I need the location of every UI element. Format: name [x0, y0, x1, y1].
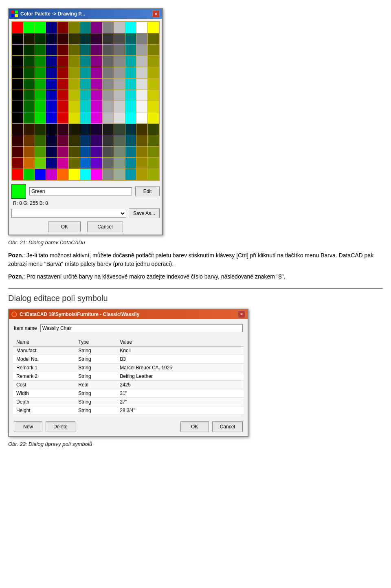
color-cell[interactable]	[69, 79, 80, 90]
color-cell[interactable]	[148, 169, 159, 180]
color-cell[interactable]	[80, 135, 91, 146]
table-row[interactable]: HeightString28 3/4''	[13, 406, 244, 415]
color-cell[interactable]	[80, 90, 91, 101]
color-cell[interactable]	[69, 33, 80, 44]
color-cell[interactable]	[69, 124, 80, 135]
color-cell[interactable]	[148, 45, 159, 56]
color-cell[interactable]	[69, 158, 80, 169]
color-cell[interactable]	[35, 169, 46, 180]
color-cell[interactable]	[114, 79, 125, 90]
color-cell[interactable]	[35, 101, 46, 112]
color-cell[interactable]	[114, 112, 125, 123]
color-cell[interactable]	[91, 33, 102, 44]
color-cell[interactable]	[12, 33, 23, 44]
color-cell[interactable]	[57, 90, 68, 101]
color-cell[interactable]	[136, 112, 147, 123]
color-cell[interactable]	[114, 124, 125, 135]
color-cell[interactable]	[57, 169, 68, 180]
color-cell[interactable]	[91, 135, 102, 146]
color-cell[interactable]	[57, 22, 68, 33]
color-cell[interactable]	[136, 147, 147, 158]
color-cell[interactable]	[69, 147, 80, 158]
color-cell[interactable]	[148, 124, 159, 135]
color-cell[interactable]	[46, 45, 57, 56]
color-cell[interactable]	[57, 112, 68, 123]
color-cell[interactable]	[91, 90, 102, 101]
color-cell[interactable]	[148, 158, 159, 169]
color-dropdown[interactable]	[11, 209, 126, 218]
color-cell[interactable]	[24, 67, 35, 78]
color-cell[interactable]	[35, 33, 46, 44]
color-cell[interactable]	[35, 158, 46, 169]
ok-button[interactable]: OK	[48, 222, 81, 232]
color-cell[interactable]	[103, 56, 114, 67]
color-cell[interactable]	[125, 135, 136, 146]
color-cell[interactable]	[35, 45, 46, 56]
color-cell[interactable]	[125, 45, 136, 56]
color-cell[interactable]	[69, 169, 80, 180]
color-cell[interactable]	[46, 147, 57, 158]
color-cell[interactable]	[136, 101, 147, 112]
color-cell[interactable]	[12, 67, 23, 78]
color-cell[interactable]	[80, 56, 91, 67]
color-cell[interactable]	[24, 135, 35, 146]
color-cell[interactable]	[12, 90, 23, 101]
color-cell[interactable]	[103, 22, 114, 33]
color-cell[interactable]	[114, 135, 125, 146]
color-cell[interactable]	[35, 90, 46, 101]
delete-button[interactable]: Delete	[46, 421, 75, 432]
color-cell[interactable]	[148, 101, 159, 112]
color-cell[interactable]	[136, 158, 147, 169]
color-cell[interactable]	[91, 79, 102, 90]
color-cell[interactable]	[35, 124, 46, 135]
color-cell[interactable]	[114, 45, 125, 56]
color-cell[interactable]	[24, 158, 35, 169]
color-cell[interactable]	[114, 147, 125, 158]
color-cell[interactable]	[12, 169, 23, 180]
color-cell[interactable]	[69, 67, 80, 78]
color-cell[interactable]	[114, 158, 125, 169]
color-cell[interactable]	[24, 90, 35, 101]
color-cell[interactable]	[24, 112, 35, 123]
color-cell[interactable]	[103, 169, 114, 180]
color-cell[interactable]	[35, 22, 46, 33]
color-cell[interactable]	[80, 33, 91, 44]
color-cell[interactable]	[91, 158, 102, 169]
new-button[interactable]: New	[14, 421, 42, 432]
color-cell[interactable]	[57, 158, 68, 169]
color-cell[interactable]	[125, 169, 136, 180]
color-cell[interactable]	[57, 135, 68, 146]
save-as-button[interactable]: Save As...	[129, 208, 160, 218]
color-cell[interactable]	[35, 79, 46, 90]
color-cell[interactable]	[24, 33, 35, 44]
color-cell[interactable]	[125, 112, 136, 123]
color-cell[interactable]	[80, 101, 91, 112]
color-cell[interactable]	[80, 45, 91, 56]
color-cell[interactable]	[35, 56, 46, 67]
color-cell[interactable]	[103, 45, 114, 56]
color-cell[interactable]	[125, 22, 136, 33]
color-cell[interactable]	[57, 124, 68, 135]
color-cell[interactable]	[69, 112, 80, 123]
color-cell[interactable]	[136, 124, 147, 135]
color-cell[interactable]	[148, 56, 159, 67]
table-row[interactable]: Manufact.StringKnoll	[13, 346, 244, 355]
color-cell[interactable]	[125, 67, 136, 78]
color-cell[interactable]	[57, 33, 68, 44]
color-cell[interactable]	[69, 56, 80, 67]
color-cell[interactable]	[24, 124, 35, 135]
color-cell[interactable]	[148, 22, 159, 33]
symbol-close-button[interactable]: ×	[238, 311, 245, 318]
color-cell[interactable]	[46, 56, 57, 67]
color-cell[interactable]	[103, 147, 114, 158]
color-cell[interactable]	[69, 101, 80, 112]
table-row[interactable]: CostReal2425	[13, 380, 244, 389]
color-cell[interactable]	[103, 101, 114, 112]
color-cell[interactable]	[148, 147, 159, 158]
color-cell[interactable]	[35, 67, 46, 78]
color-cell[interactable]	[114, 22, 125, 33]
color-cell[interactable]	[80, 22, 91, 33]
color-cell[interactable]	[57, 79, 68, 90]
color-cell[interactable]	[91, 56, 102, 67]
color-cell[interactable]	[136, 56, 147, 67]
